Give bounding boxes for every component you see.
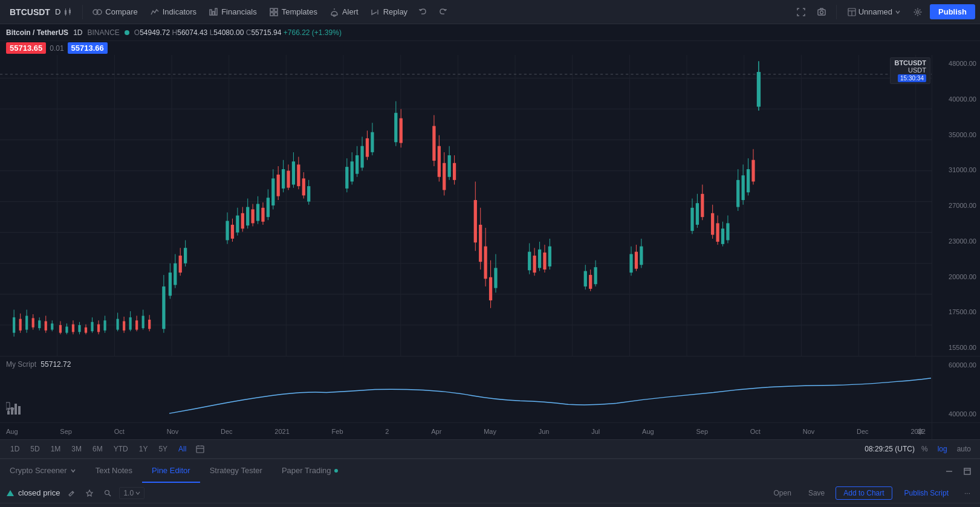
indicator-pane: My Script 55712.72 TV — [0, 356, 980, 422]
tab-pine-editor[interactable]: Pine Editor — [142, 459, 200, 483]
search-icon — [104, 489, 111, 497]
time-axis-labels: Aug Sep Oct Nov Dec 2021 Feb 2 Apr May J… — [6, 428, 926, 435]
tv-logo: TV — [6, 401, 21, 418]
unnamed-layout-button[interactable]: Unnamed — [843, 5, 906, 19]
ticker-selector[interactable]: BTCUSDT D — [5, 5, 77, 19]
pine-open-button[interactable]: Open — [768, 487, 797, 499]
tf-5d-button[interactable]: 5D — [26, 443, 44, 455]
svg-rect-13 — [270, 13, 273, 16]
time-label: May — [484, 428, 496, 435]
main-chart-area: BTCUSDT USDT 15:30:34 48000.00 40000.00 … — [0, 55, 980, 356]
tf-all-button[interactable]: All — [174, 443, 190, 455]
scale-log-button[interactable]: log — [935, 444, 950, 454]
pine-edit-icon-button[interactable] — [65, 486, 78, 500]
ind-price-high: 60000.00 — [936, 361, 976, 369]
pine-more-button[interactable]: ··· — [961, 487, 974, 499]
svg-rect-10 — [215, 8, 217, 15]
indicator-chart[interactable]: My Script 55712.72 TV — [0, 357, 932, 422]
tab-strategy-tester[interactable]: Strategy Tester — [200, 459, 272, 483]
time-label: Apr — [431, 428, 441, 435]
indicators-icon — [150, 7, 160, 17]
time-label: Feb — [332, 428, 343, 435]
toolbar-right: Unnamed Publish — [793, 4, 975, 21]
candle-icon — [63, 7, 73, 17]
settings-button[interactable] — [909, 4, 926, 21]
svg-marker-230 — [7, 490, 14, 496]
tf-ytd-button[interactable]: YTD — [109, 443, 132, 455]
time-label: Aug — [6, 428, 18, 435]
pine-script-name-text: closed price — [18, 488, 60, 497]
screenshot-button[interactable] — [813, 4, 830, 21]
chart-header: Bitcoin / TetherUS 1D BINANCE O54949.72 … — [0, 24, 980, 41]
chart-timeframe: 1D — [73, 28, 82, 37]
price-level: 15500.00 — [936, 344, 976, 351]
indicators-button[interactable]: Indicators — [145, 5, 201, 19]
financials-icon — [209, 7, 218, 17]
pine-toolbar-right: Open Save Add to Chart Publish Script ··… — [768, 486, 974, 500]
ticker-timeframe: D — [55, 7, 60, 16]
candles-aug-sep — [13, 61, 761, 337]
indicator-label: My Script 55712.72 — [6, 360, 71, 369]
undo-button[interactable] — [415, 4, 432, 21]
compare-button[interactable]: Compare — [88, 5, 142, 19]
fullscreen-button[interactable] — [793, 4, 810, 21]
alert-button[interactable]: Alert — [325, 5, 363, 19]
scale-auto-button[interactable]: auto — [954, 444, 974, 454]
candlestick-chart[interactable]: BTCUSDT USDT 15:30:34 — [0, 55, 980, 356]
replay-icon — [371, 7, 380, 17]
tf-1y-button[interactable]: 1Y — [135, 443, 152, 455]
version-selector[interactable]: 1.0 — [119, 487, 144, 499]
badge-time: 15:30:34 — [898, 74, 926, 82]
pine-save-button[interactable]: Save — [802, 487, 831, 499]
indicator-right-axis: 60000.00 40000.00 — [932, 357, 980, 422]
tab-paper-trading[interactable]: Paper Trading — [272, 459, 348, 483]
price-level: 20000.00 — [936, 273, 976, 280]
price-diff: 0.01 — [50, 44, 63, 53]
ticker-symbol: BTCUSDT — [10, 7, 50, 17]
price-current: 55713.66 — [68, 42, 108, 54]
pine-publish-script-button[interactable]: Publish Script — [897, 487, 956, 499]
publish-button[interactable]: Publish — [930, 4, 975, 19]
ohlcv-data: O54949.72 H56074.43 L54080.00 C55715.94 … — [134, 28, 342, 37]
bottom-toolbar: 1D 5D 1M 3M 6M YTD 1Y 5Y All 08:29:25 (U… — [0, 439, 980, 459]
tab-crypto-screener-label: Crypto Screener — [10, 466, 67, 475]
chevron-down-icon — [70, 468, 76, 474]
financials-button[interactable]: Financials — [204, 5, 262, 19]
expand-icon — [963, 467, 972, 476]
tf-3m-button[interactable]: 3M — [67, 443, 86, 455]
panel-expand-button[interactable] — [959, 463, 975, 479]
ticker-badge: BTCUSDT USDT 15:30:34 — [890, 57, 930, 84]
tab-text-notes[interactable]: Text Notes — [86, 459, 142, 483]
tf-1d-button[interactable]: 1D — [6, 443, 24, 455]
svg-point-17 — [820, 11, 823, 14]
redo-button[interactable] — [434, 4, 451, 21]
tf-5y-button[interactable]: 5Y — [154, 443, 172, 455]
code-editor[interactable]: 1 // This source code is subject to the … — [0, 503, 980, 507]
time-axis-spacer — [932, 423, 980, 439]
badge-symbol: BTCUSDT — [894, 59, 926, 66]
pine-add-to-chart-button[interactable]: Add to Chart — [836, 486, 892, 500]
time-label: Nov — [803, 428, 815, 435]
replay-button[interactable]: Replay — [366, 5, 412, 19]
time-label: 2 — [385, 428, 389, 435]
minimize-icon — [945, 467, 953, 476]
chart-svg — [0, 55, 980, 356]
chart-exchange: BINANCE — [87, 28, 119, 37]
pine-star-icon-button[interactable] — [83, 486, 96, 500]
scale-percent-button[interactable]: % — [918, 444, 931, 454]
tf-1m-button[interactable]: 1M — [47, 443, 65, 455]
tf-6m-button[interactable]: 6M — [88, 443, 107, 455]
price-level: 40000.00 — [936, 95, 976, 103]
pine-search-icon-button[interactable] — [101, 486, 114, 500]
separator-right — [836, 5, 837, 19]
chart-section: Bitcoin / TetherUS 1D BINANCE O54949.72 … — [0, 24, 980, 439]
templates-button[interactable]: Templates — [264, 5, 322, 19]
time-settings-button[interactable] — [912, 423, 929, 440]
tab-crypto-screener[interactable]: Crypto Screener — [0, 459, 86, 483]
templates-icon — [269, 7, 279, 17]
pine-indicator-icon — [6, 489, 15, 497]
panel-minimize-button[interactable] — [941, 463, 957, 479]
svg-rect-223 — [196, 446, 204, 453]
redo-icon — [438, 8, 447, 16]
calendar-button[interactable] — [193, 443, 207, 455]
